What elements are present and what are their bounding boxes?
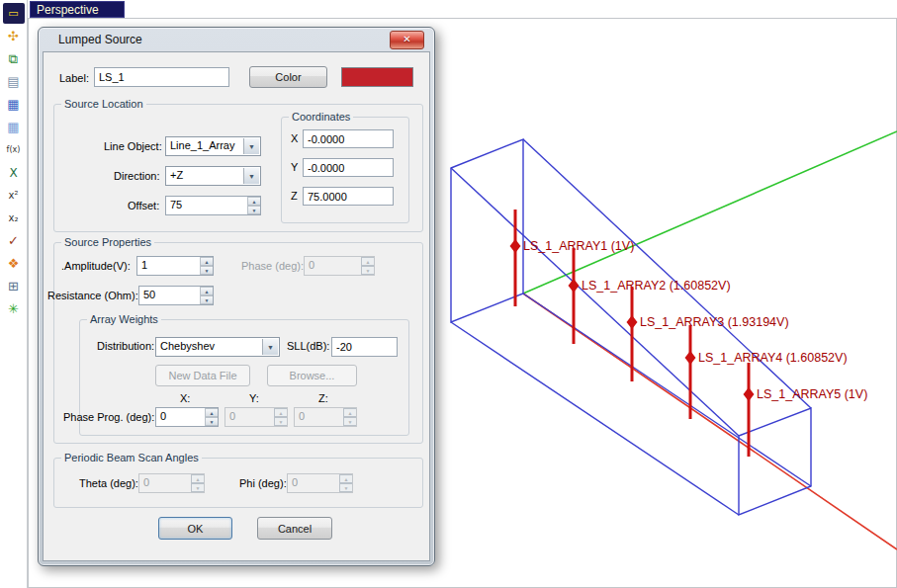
spin-up-button [274, 408, 287, 417]
spin-down-button [343, 417, 356, 426]
window-capture-icon[interactable]: ▭ [3, 3, 25, 24]
resistance-spinner[interactable]: 50 [138, 286, 214, 305]
direction-select[interactable]: +Z [165, 166, 261, 186]
spinner-buttons [205, 408, 218, 426]
phase-prog-y-spinner: 0 [224, 407, 288, 427]
line-object-select[interactable]: Line_1_Array [165, 136, 261, 156]
color-button[interactable]: Color [249, 66, 327, 88]
array-weights-title: Array Weights [87, 313, 161, 325]
coord-x-field[interactable] [303, 129, 394, 148]
dialog-title: Lumped Source [39, 28, 434, 51]
source-label: LS_1_ARRAY1 (1V) [523, 239, 634, 253]
amplitude-value: 1 [141, 259, 197, 271]
source-marker-icon [685, 351, 696, 365]
palette-icon[interactable]: ❖ [3, 253, 25, 274]
distribution-label: Distribution: [97, 340, 154, 352]
phase-prog-z-label: Z: [318, 392, 328, 404]
coord-z-field[interactable] [303, 187, 394, 206]
source-marker-icon [744, 387, 755, 401]
sll-input[interactable] [331, 337, 398, 357]
source-label: LS_1_ARRAY4 (1.60852V) [698, 351, 848, 365]
distribution-select[interactable]: Chebyshev [155, 337, 280, 357]
direction-value: +Z [170, 169, 242, 181]
phase-label: Phase (deg): [241, 260, 304, 272]
source-2[interactable]: LS_1_ARRAY2 (1.60852V) [569, 248, 731, 344]
tab-perspective[interactable]: Perspective [30, 1, 125, 18]
phase-prog-y-value: 0 [229, 410, 271, 422]
resistance-value: 50 [143, 289, 197, 300]
phase-prog-x-value: 0 [160, 410, 202, 422]
x-index-icon[interactable]: x₂ [3, 208, 25, 228]
spin-down-button[interactable] [200, 295, 213, 304]
resistance-label: Resistance (Ohm): [47, 290, 138, 301]
x-squared-icon[interactable]: x² [3, 185, 25, 206]
dropdown-arrow-icon[interactable] [262, 339, 278, 355]
spinner-buttons [343, 408, 356, 426]
color-swatch [341, 67, 413, 87]
label-input[interactable] [94, 67, 229, 87]
offset-label: Offset: [128, 200, 159, 211]
close-button[interactable]: ✕ [390, 31, 424, 49]
theta-label: Theta (deg): [79, 477, 138, 489]
ok-button[interactable]: OK [158, 517, 232, 540]
excel-export-icon[interactable]: X [3, 162, 25, 183]
node-tool-icon[interactable]: ✣ [3, 26, 25, 46]
dropdown-arrow-icon[interactable] [243, 168, 259, 184]
source-3[interactable]: LS_1_ARRAY3 (1.93194V) [627, 287, 789, 381]
spin-up-button [191, 474, 204, 483]
dropdown-arrow-icon[interactable] [243, 138, 259, 154]
phase-prog-z-value: 0 [299, 410, 340, 422]
source-location-title: Source Location [61, 98, 146, 110]
spin-up-button[interactable] [200, 257, 213, 266]
copy-objects-icon[interactable]: ⧉ [3, 48, 25, 69]
spin-up-button[interactable] [247, 197, 260, 206]
amplitude-spinner[interactable]: 1 [136, 256, 214, 276]
browse-button: Browse... [267, 365, 357, 386]
spinner-buttons [361, 257, 374, 275]
x-axis-line [523, 294, 897, 549]
label-field-label: Label: [59, 72, 89, 84]
y-axis-line [523, 131, 897, 294]
new-data-file-button: New Data File [155, 365, 250, 386]
spin-up-button [339, 474, 352, 483]
direction-label: Direction: [114, 170, 159, 182]
coord-y-label: Y [291, 161, 298, 173]
layers-icon[interactable]: ▤ [3, 71, 25, 92]
theta-value: 0 [143, 476, 188, 488]
spinner-buttons [247, 197, 260, 214]
function-icon[interactable]: f(x) [3, 139, 25, 160]
spin-down-button[interactable] [247, 206, 260, 214]
spin-up-button [361, 257, 374, 266]
mesh-table-icon[interactable]: ▦ [3, 117, 25, 137]
spin-up-button[interactable] [205, 408, 218, 417]
phi-label: Phi (deg): [239, 477, 287, 489]
coord-y-field[interactable] [303, 158, 394, 177]
line-object-label: Line Object: [104, 140, 162, 152]
cancel-button[interactable]: Cancel [257, 517, 332, 540]
phi-spinner: 0 [287, 473, 353, 493]
phase-prog-x-label: X: [180, 392, 190, 404]
amplitude-label: .Amplitude(V): [61, 260, 131, 272]
grid-icon[interactable]: ▦ [3, 94, 25, 115]
coord-x-label: X [291, 132, 298, 144]
source-label: LS_1_ARRAY2 (1.60852V) [582, 279, 731, 293]
phase-prog-x-spinner[interactable]: 0 [155, 407, 219, 427]
spin-up-button [343, 408, 356, 417]
spinner-buttons [191, 474, 204, 492]
spin-down-button[interactable] [200, 266, 213, 275]
offset-spinner[interactable]: 75 [165, 196, 261, 215]
phi-value: 0 [292, 476, 336, 488]
source-label: LS_1_ARRAY3 (1.93194V) [640, 315, 789, 329]
offset-value: 75 [170, 199, 244, 210]
spin-down-button [361, 266, 374, 275]
phase-prog-label: Phase Prog. (deg): [63, 411, 154, 423]
spin-up-button[interactable] [200, 287, 213, 295]
spin-down-button[interactable] [205, 417, 218, 426]
source-marker-icon [569, 279, 580, 293]
lumped-source-dialog: Lumped Source ✕ Label: Color Source Loca… [38, 27, 435, 566]
source-4[interactable]: LS_1_ARRAY4 (1.60852V) [685, 325, 848, 419]
beam-scan-title: Periodic Beam Scan Angles [61, 452, 202, 463]
validate-check-icon[interactable]: ✓ [3, 230, 25, 251]
new-part-icon[interactable]: ✳ [3, 298, 25, 319]
calculator-icon[interactable]: ⊞ [3, 276, 25, 296]
